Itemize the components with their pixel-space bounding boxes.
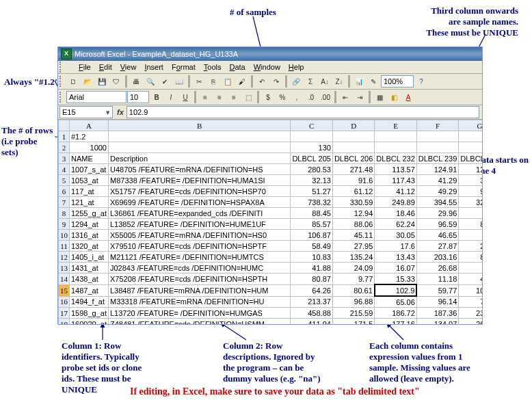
cell-D6[interactable]: 61.12 (332, 186, 374, 197)
menubar-grip[interactable] (59, 62, 72, 72)
col-header-A[interactable]: A (70, 120, 109, 131)
col-header-D[interactable]: D (332, 120, 374, 131)
align-center-icon[interactable]: ≡ (213, 90, 226, 104)
align-left-icon[interactable]: ≡ (198, 90, 212, 104)
borders-icon[interactable]: ▦ (373, 90, 386, 104)
row-header-10[interactable]: 10 (59, 230, 70, 241)
cell-D3[interactable]: DLBCL 206 (332, 153, 374, 164)
cell-A17[interactable]: 1598_g_at (70, 308, 109, 319)
cell-F5[interactable]: 41.29 (416, 175, 458, 186)
cell-A2[interactable]: 1000 (70, 142, 109, 153)
cell-E11[interactable]: 17.6 (375, 241, 416, 252)
row-header-6[interactable]: 6 (59, 186, 70, 197)
autosum-icon[interactable]: Σ (304, 75, 317, 88)
sort-desc-icon[interactable]: Z↓ (332, 75, 346, 88)
cell-G18[interactable]: 266.96 (459, 319, 482, 325)
cell-E12[interactable]: 13.43 (375, 252, 416, 263)
bold-icon[interactable]: B (150, 90, 163, 104)
cell-B12[interactable]: M21121 /FEATURE= /DEFINITION=HUMTCS (109, 252, 291, 263)
row-header-1[interactable]: 1 (59, 131, 70, 142)
cell-C8[interactable]: 88.45 (291, 208, 332, 219)
cell-D18[interactable]: 171.5 (332, 319, 374, 325)
cell-C5[interactable]: 32.13 (291, 175, 332, 186)
cell-D14[interactable]: 9.77 (332, 274, 374, 285)
cell-F11[interactable]: 27.87 (416, 241, 458, 252)
research-icon[interactable]: 📖 (172, 75, 186, 88)
cell-E14[interactable]: 15.33 (375, 274, 416, 285)
cell-G15[interactable]: 105.72 (459, 284, 482, 296)
cell-A16[interactable]: 1494_f_at (70, 296, 109, 308)
font-color-icon[interactable]: A (401, 90, 415, 104)
cell-B18[interactable]: Z48481 /FEATURE=cds /DEFINITION=HSMM (109, 319, 291, 325)
cell-B17[interactable]: L13720 /FEATURE= /DEFINITION=HUMGAS (109, 308, 291, 319)
cell-D4[interactable]: 271.48 (332, 164, 374, 175)
cell-E10[interactable]: 30.05 (375, 230, 416, 241)
cell-F3[interactable]: DLBCL 239 (416, 153, 458, 164)
cell-D5[interactable]: 91.6 (332, 175, 374, 186)
col-header-B[interactable]: B (109, 120, 291, 131)
select-all-corner[interactable] (59, 120, 70, 131)
col-header-F[interactable]: F (416, 120, 458, 131)
cell-D16[interactable]: 96.88 (332, 296, 374, 308)
cell-A11[interactable]: 1320_at (70, 241, 109, 252)
menu-edit[interactable]: Edit (95, 62, 116, 72)
cell-F1[interactable] (416, 131, 458, 142)
formula-bar[interactable]: 102.9 (127, 106, 479, 118)
cell-E4[interactable]: 113.57 (375, 164, 416, 175)
cell-A6[interactable]: 117_at (70, 186, 109, 197)
menu-view[interactable]: View (116, 62, 141, 72)
save-icon[interactable]: 💾 (95, 75, 109, 88)
cell-C4[interactable]: 280.53 (291, 164, 332, 175)
cell-C7[interactable]: 738.32 (291, 197, 332, 208)
fill-color-icon[interactable]: ◧ (387, 90, 401, 104)
hyperlink-icon[interactable]: 🔗 (289, 75, 303, 88)
cell-A4[interactable]: 1007_s_at (70, 164, 109, 175)
drawing-icon[interactable]: ✎ (367, 75, 380, 88)
col-header-G[interactable]: G (459, 120, 482, 131)
cell-B15[interactable]: L38487 /FEATURE=mRNA /DEFINITION=HUM (109, 284, 291, 296)
sort-asc-icon[interactable]: A↓ (318, 75, 332, 88)
cell-F9[interactable]: 96.59 (416, 219, 458, 230)
cell-A12[interactable]: 1405_i_at (70, 252, 109, 263)
menu-tools[interactable]: Tools (200, 62, 226, 72)
new-icon[interactable]: 🗋 (66, 75, 80, 88)
dec-dec-icon[interactable]: .00 (319, 90, 332, 104)
cell-G12[interactable]: 85.74 (459, 252, 482, 263)
cell-E17[interactable]: 186.72 (375, 308, 416, 319)
italic-icon[interactable]: I (164, 90, 178, 104)
chart-icon[interactable]: 📊 (352, 75, 366, 88)
cell-G13[interactable]: 25.4 (459, 263, 482, 274)
col-header-C[interactable]: C (291, 120, 332, 131)
cell-F6[interactable]: 49.29 (416, 186, 458, 197)
cell-G8[interactable]: 39 (459, 208, 482, 219)
cell-B5[interactable]: M87338 /FEATURE= /DEFINITION=HUMA1SI (109, 175, 291, 186)
toolbar-grip[interactable] (59, 76, 64, 87)
row-header-13[interactable]: 13 (59, 263, 70, 274)
toolbar-grip-2[interactable] (59, 92, 64, 103)
cell-G7[interactable]: 329.55 (459, 197, 482, 208)
row-header-5[interactable]: 5 (59, 175, 70, 186)
cell-E2[interactable] (375, 142, 416, 153)
redo-icon[interactable]: ↷ (269, 75, 283, 88)
cell-A9[interactable]: 1294_at (70, 219, 109, 230)
cell-D11[interactable]: 27.95 (332, 241, 374, 252)
cell-E16[interactable]: 65.06 (375, 296, 416, 308)
cell-B14[interactable]: X75208 /FEATURE=cds /DEFINITION=HSPTH (109, 274, 291, 285)
cell-A8[interactable]: 1255_g_at (70, 208, 109, 219)
cell-G16[interactable]: 78.77 (459, 296, 482, 308)
cell-B11[interactable]: X79510 /FEATURE=cds /DEFINITION=HSPTF (109, 241, 291, 252)
cell-G17[interactable]: 237.69 (459, 308, 482, 319)
cell-G3[interactable]: DLBCL 240 (459, 153, 482, 164)
row-header-8[interactable]: 8 (59, 208, 70, 219)
underline-icon[interactable]: U (178, 90, 192, 104)
paste-icon[interactable]: 📋 (221, 75, 235, 88)
cell-E13[interactable]: 16.07 (375, 263, 416, 274)
cell-G5[interactable]: 33.66 (459, 175, 482, 186)
cell-D2[interactable] (332, 142, 374, 153)
row-header-14[interactable]: 14 (59, 274, 70, 285)
cell-F15[interactable]: 59.77 (416, 284, 458, 296)
spreadsheet-grid[interactable]: ABCDEFG1#1.2210001303NAMEDescriptionDLBC… (58, 120, 482, 325)
cell-B9[interactable]: L13852 /FEATURE= /DEFINITION=HUME1UF (109, 219, 291, 230)
help-icon[interactable]: ? (414, 75, 428, 88)
row-header-3[interactable]: 3 (59, 153, 70, 164)
